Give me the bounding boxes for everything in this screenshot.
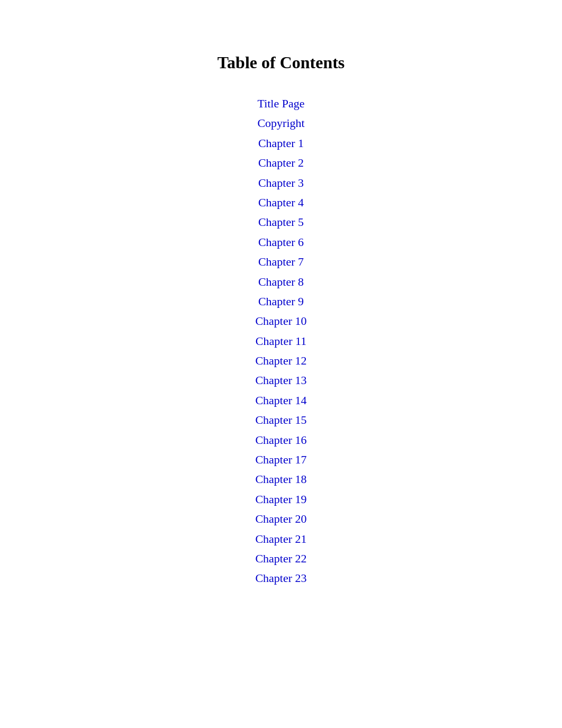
- toc-link-chapter-20[interactable]: Chapter 20: [255, 509, 306, 529]
- toc-link-chapter-19[interactable]: Chapter 19: [255, 489, 306, 509]
- toc-link-chapter-8[interactable]: Chapter 8: [258, 272, 304, 292]
- toc-link-chapter-10[interactable]: Chapter 10: [255, 311, 306, 331]
- toc-link-chapter-11[interactable]: Chapter 11: [256, 331, 306, 351]
- toc-link-chapter-14[interactable]: Chapter 14: [255, 390, 306, 410]
- toc-link-chapter-17[interactable]: Chapter 17: [255, 450, 306, 469]
- toc-link-chapter-9[interactable]: Chapter 9: [258, 292, 304, 311]
- toc-link-chapter-4[interactable]: Chapter 4: [258, 193, 304, 212]
- toc-link-chapter-22[interactable]: Chapter 22: [255, 549, 306, 568]
- page-title: Table of Contents: [217, 53, 345, 72]
- toc-link-chapter-12[interactable]: Chapter 12: [255, 351, 306, 370]
- toc-link-chapter-5[interactable]: Chapter 5: [258, 212, 304, 232]
- toc-link-chapter-18[interactable]: Chapter 18: [255, 469, 306, 489]
- toc-link-copyright[interactable]: Copyright: [257, 113, 304, 133]
- toc-link-chapter-16[interactable]: Chapter 16: [255, 430, 306, 450]
- table-of-contents: Title PageCopyrightChapter 1Chapter 2Cha…: [255, 94, 306, 588]
- toc-link-chapter-7[interactable]: Chapter 7: [258, 252, 304, 271]
- toc-link-chapter-23[interactable]: Chapter 23: [255, 568, 306, 588]
- toc-link-chapter-6[interactable]: Chapter 6: [258, 232, 304, 252]
- toc-link-title-page[interactable]: Title Page: [257, 94, 304, 113]
- toc-link-chapter-3[interactable]: Chapter 3: [258, 173, 304, 193]
- toc-link-chapter-1[interactable]: Chapter 1: [258, 133, 304, 153]
- toc-link-chapter-2[interactable]: Chapter 2: [258, 153, 304, 172]
- toc-link-chapter-15[interactable]: Chapter 15: [255, 410, 306, 430]
- toc-link-chapter-21[interactable]: Chapter 21: [255, 529, 306, 549]
- toc-link-chapter-13[interactable]: Chapter 13: [255, 370, 306, 390]
